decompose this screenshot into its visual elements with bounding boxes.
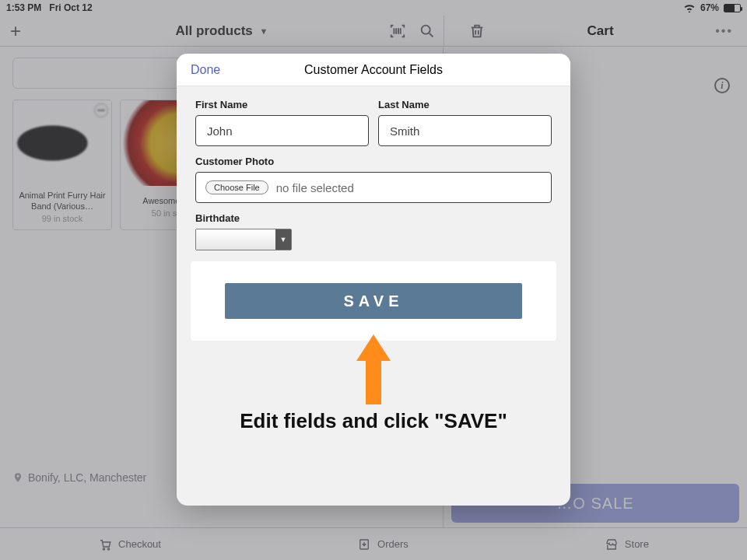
birthdate-label: Birthdate bbox=[195, 212, 552, 224]
birthdate-select[interactable]: ▼ bbox=[195, 229, 292, 250]
last-name-label: Last Name bbox=[378, 99, 552, 110]
photo-label: Customer Photo bbox=[195, 156, 552, 167]
first-name-field[interactable] bbox=[195, 115, 369, 146]
save-button[interactable]: SAVE bbox=[225, 283, 522, 319]
photo-file-input[interactable]: Choose File no file selected bbox=[195, 172, 552, 203]
customer-fields-modal: Done Customer Account Fields First Name … bbox=[177, 54, 570, 506]
save-button-label: SAVE bbox=[344, 292, 404, 310]
chevron-down-icon: ▼ bbox=[275, 229, 291, 250]
first-name-label: First Name bbox=[195, 99, 369, 110]
done-button[interactable]: Done bbox=[191, 63, 220, 77]
annotation-text: Edit fields and click "SAVE" bbox=[195, 409, 552, 433]
last-name-field[interactable] bbox=[378, 115, 552, 146]
modal-header: Done Customer Account Fields bbox=[177, 54, 570, 86]
no-file-text: no file selected bbox=[276, 181, 354, 194]
modal-title: Customer Account Fields bbox=[304, 63, 443, 77]
choose-file-button[interactable]: Choose File bbox=[205, 180, 268, 194]
annotation-arrow-icon bbox=[356, 334, 391, 404]
